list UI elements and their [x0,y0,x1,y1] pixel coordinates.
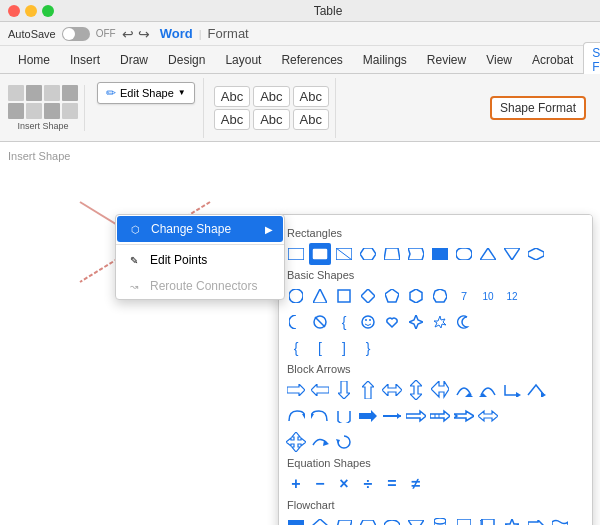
shape-diamond[interactable] [357,285,379,307]
arrow-left[interactable] [309,379,331,401]
maximize-button[interactable] [42,5,54,17]
shape-num10[interactable]: 10 [477,285,499,307]
shape-hexagon[interactable] [405,285,427,307]
shape-rect-4[interactable] [357,243,379,265]
flow-drum[interactable] [429,515,451,525]
eq-plus[interactable]: + [285,473,307,495]
abc-btn-5[interactable]: Abc [253,109,289,130]
arrow-fat[interactable] [405,405,427,427]
tab-acrobat[interactable]: Acrobat [522,49,583,71]
flow-hexagon2[interactable] [357,515,379,525]
arrow-notched[interactable] [453,405,475,427]
shape-triangle[interactable] [309,285,331,307]
tab-draw[interactable]: Draw [110,49,158,71]
shape-rect-3[interactable] [333,243,355,265]
shape-rect-7[interactable] [429,243,451,265]
flow-doc[interactable] [453,515,475,525]
arrow-circular[interactable] [333,431,355,453]
abc-btn-2[interactable]: Abc [253,86,289,107]
eq-multiply[interactable]: × [333,473,355,495]
tab-mailings[interactable]: Mailings [353,49,417,71]
abc-btn-3[interactable]: Abc [293,86,329,107]
redo-icon[interactable]: ↪ [138,26,150,42]
tab-home[interactable]: Home [8,49,60,71]
arrow-double[interactable] [477,405,499,427]
arrow-loop2[interactable] [309,405,331,427]
shape-heart[interactable] [381,311,403,333]
arrow-ushaped[interactable] [333,405,355,427]
shape-rect-2[interactable] [309,243,331,265]
shape-rect-6[interactable] [405,243,427,265]
arrow-curved2[interactable] [477,379,499,401]
eq-notequals[interactable]: ≠ [405,473,427,495]
shape-rect-11[interactable] [525,243,547,265]
arrow-updown[interactable] [405,379,427,401]
arrow-right3[interactable] [381,405,403,427]
tab-design[interactable]: Design [158,49,215,71]
shape-brace2[interactable]: { [285,337,307,359]
change-shape-menu-item[interactable]: ⬡ Change Shape ▶ [117,216,283,242]
abc-btn-6[interactable]: Abc [293,109,329,130]
shape-rect-9[interactable] [477,243,499,265]
shape-rect-1[interactable] [285,243,307,265]
flow-diamond[interactable] [309,515,331,525]
arrow-diag[interactable] [429,379,451,401]
abc-btn-4[interactable]: Abc [214,109,250,130]
autosave-toggle[interactable] [62,27,90,41]
tab-shape-format[interactable]: Shape Format [583,42,600,78]
flow-parallelogram[interactable] [333,515,355,525]
shape-num7[interactable]: 7 [453,285,475,307]
shape-starburst[interactable] [429,311,451,333]
arrow-down[interactable] [333,379,355,401]
flow-tape[interactable] [549,515,571,525]
shape-smiley[interactable] [357,311,379,333]
undo-icon[interactable]: ↩ [122,26,134,42]
tab-references[interactable]: References [271,49,352,71]
shape-brace[interactable]: { [333,311,355,333]
tab-insert[interactable]: Insert [60,49,110,71]
tab-review[interactable]: Review [417,49,476,71]
arrow-right[interactable] [285,379,307,401]
shape-crescent[interactable] [285,311,307,333]
reroute-connectors-menu-item[interactable]: ↝ Reroute Connectors [116,273,284,299]
shape-heptagon[interactable] [429,285,451,307]
arrow-curved1[interactable] [453,379,475,401]
close-button[interactable] [8,5,20,17]
shape-brace3[interactable]: } [357,337,379,359]
arrow-curved3[interactable] [309,431,331,453]
shape-rect-10[interactable] [501,243,523,265]
shape-bracket2[interactable]: ] [333,337,355,359]
shape-bracket1[interactable]: [ [309,337,331,359]
edit-shape-button[interactable]: ✏ Edit Shape ▼ [97,82,195,104]
arrow-up[interactable] [357,379,379,401]
arrow-loop1[interactable] [285,405,307,427]
arrow-right2[interactable] [357,405,379,427]
edit-points-menu-item[interactable]: ✎ Edit Points [116,247,284,273]
flow-rect[interactable] [285,515,307,525]
shape-rect-5[interactable] [381,243,403,265]
arrow-leftright[interactable] [381,379,403,401]
shape-rect-8[interactable] [453,243,475,265]
arrow-quadruple[interactable] [285,431,307,453]
flow-oval[interactable] [381,515,403,525]
abc-btn-1[interactable]: Abc [214,86,250,107]
arrow-bent[interactable] [525,379,547,401]
flow-multidoc[interactable] [477,515,499,525]
tab-view[interactable]: View [476,49,522,71]
tab-layout[interactable]: Layout [215,49,271,71]
flow-star[interactable] [501,515,523,525]
flow-arrow-right[interactable] [525,515,547,525]
shape-star4[interactable] [405,311,427,333]
arrow-striped[interactable] [429,405,451,427]
shape-pentagon[interactable] [381,285,403,307]
eq-equals[interactable]: = [381,473,403,495]
shape-num12[interactable]: 12 [501,285,523,307]
eq-minus[interactable]: − [309,473,331,495]
shape-no[interactable] [309,311,331,333]
shape-square[interactable] [333,285,355,307]
shape-format-highlight[interactable]: Shape Format [490,96,586,120]
shape-moon[interactable] [453,311,475,333]
arrow-turn[interactable] [501,379,523,401]
eq-divide[interactable]: ÷ [357,473,379,495]
shape-circle[interactable] [285,285,307,307]
